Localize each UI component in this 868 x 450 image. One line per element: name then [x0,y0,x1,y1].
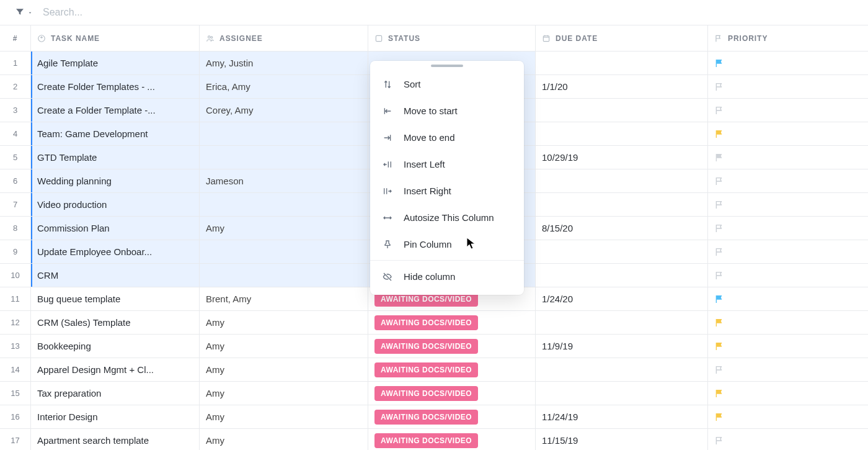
status-badge[interactable]: AWAITING DOCS/VIDEO [374,339,478,354]
table-row[interactable]: 14 Apparel Design Mgmt + Cl... Amy AWAIT… [0,358,868,382]
priority-cell[interactable] [708,99,868,122]
priority-cell[interactable] [708,429,868,450]
task-name-cell[interactable]: Commission Plan [31,217,200,240]
column-header-priority[interactable]: PRIORITY [708,25,868,51]
column-header-task[interactable]: TASK NAME [31,25,200,51]
column-header-status[interactable]: STATUS [368,25,536,51]
priority-cell[interactable] [708,335,868,358]
task-name-cell[interactable]: CRM [31,264,200,287]
assignee-cell[interactable] [200,122,368,145]
assignee-cell[interactable]: Erica, Amy [200,75,368,98]
priority-cell[interactable] [708,146,868,169]
task-name-cell[interactable]: Bug queue template [31,287,200,310]
status-badge[interactable]: AWAITING DOCS/VIDEO [374,410,478,425]
assignee-cell[interactable] [200,240,368,263]
priority-cell[interactable] [708,217,868,240]
task-name-cell[interactable]: CRM (Sales) Template [31,311,200,334]
due-date-cell[interactable] [536,99,708,122]
priority-cell[interactable] [708,122,868,145]
table-row[interactable]: 13 Bookkeeping Amy AWAITING DOCS/VIDEO 1… [0,335,868,358]
assignee-cell[interactable]: Corey, Amy [200,99,368,122]
menu-item-move-start[interactable]: Move to start [370,97,524,124]
due-date-cell[interactable] [536,193,708,216]
due-date-cell[interactable] [536,358,708,381]
due-date-cell[interactable] [536,122,708,145]
due-date-cell[interactable] [536,240,708,263]
status-cell[interactable]: AWAITING DOCS/VIDEO [368,429,536,450]
task-name-cell[interactable]: Tax preparation [31,382,200,405]
due-date-cell[interactable] [536,52,708,74]
due-date-cell[interactable]: 11/9/19 [536,335,708,358]
table-row[interactable]: 15 Tax preparation Amy AWAITING DOCS/VID… [0,382,868,405]
status-badge[interactable]: AWAITING DOCS/VIDEO [374,386,478,401]
task-name-cell[interactable]: Update Employee Onboar... [31,240,200,263]
due-date-cell[interactable] [536,264,708,287]
assignee-cell[interactable] [200,193,368,216]
menu-item-insert-right[interactable]: Insert Right [370,178,524,204]
status-cell[interactable]: AWAITING DOCS/VIDEO [368,335,536,358]
assignee-cell[interactable]: Amy [200,405,368,428]
column-header-due[interactable]: DUE DATE [536,25,708,51]
status-cell[interactable]: AWAITING DOCS/VIDEO [368,382,536,405]
task-name-cell[interactable]: Team: Game Development [31,122,200,145]
menu-item-sort[interactable]: Sort [370,71,524,97]
priority-cell[interactable] [708,193,868,216]
status-badge[interactable]: AWAITING DOCS/VIDEO [374,362,478,377]
task-name-cell[interactable]: Video production [31,193,200,216]
task-name-cell[interactable]: Apparel Design Mgmt + Cl... [31,358,200,381]
priority-cell[interactable] [708,405,868,428]
due-date-cell[interactable]: 1/1/20 [536,75,708,98]
priority-cell[interactable] [708,75,868,98]
priority-cell[interactable] [708,240,868,263]
due-date-cell[interactable] [536,169,708,192]
due-date-cell[interactable]: 10/29/19 [536,146,708,169]
column-header-number[interactable]: # [0,25,31,51]
due-date-cell[interactable] [536,311,708,334]
task-name-cell[interactable]: Create Folder Templates - ... [31,75,200,98]
menu-item-move-end[interactable]: Move to end [370,124,524,151]
assignee-cell[interactable]: Amy [200,358,368,381]
search-input[interactable] [38,4,162,20]
status-badge[interactable]: AWAITING DOCS/VIDEO [374,433,478,448]
filter-button[interactable] [15,7,33,19]
table-row[interactable]: 12 CRM (Sales) Template Amy AWAITING DOC… [0,311,868,335]
due-date-cell[interactable] [536,382,708,405]
task-name-cell[interactable]: Interior Design [31,405,200,428]
menu-item-pin[interactable]: Pin Column [370,231,524,258]
due-date-cell[interactable]: 11/15/19 [536,429,708,450]
priority-cell[interactable] [708,287,868,310]
priority-cell[interactable] [708,52,868,74]
status-cell[interactable]: AWAITING DOCS/VIDEO [368,358,536,381]
drag-handle[interactable] [431,65,463,67]
assignee-cell[interactable]: Amy [200,217,368,240]
assignee-cell[interactable]: Amy [200,382,368,405]
assignee-cell[interactable]: Amy [200,335,368,358]
due-date-cell[interactable]: 8/15/20 [536,217,708,240]
priority-cell[interactable] [708,382,868,405]
status-badge[interactable]: AWAITING DOCS/VIDEO [374,315,478,330]
menu-item-autosize[interactable]: Autosize This Column [370,204,524,231]
table-row[interactable]: 16 Interior Design Amy AWAITING DOCS/VID… [0,405,868,429]
column-header-assignee[interactable]: ASSIGNEE [200,25,368,51]
assignee-cell[interactable]: Amy, Justin [200,52,368,74]
priority-cell[interactable] [708,264,868,287]
status-cell[interactable]: AWAITING DOCS/VIDEO [368,311,536,334]
priority-cell[interactable] [708,169,868,192]
task-name-cell[interactable]: GTD Template [31,146,200,169]
due-date-cell[interactable]: 11/24/19 [536,405,708,428]
priority-cell[interactable] [708,358,868,381]
task-name-cell[interactable]: Create a Folder Template -... [31,99,200,122]
assignee-cell[interactable] [200,264,368,287]
task-name-cell[interactable]: Bookkeeping [31,335,200,358]
assignee-cell[interactable]: Amy [200,311,368,334]
assignee-cell[interactable] [200,146,368,169]
task-name-cell[interactable]: Agile Template [31,52,200,74]
priority-cell[interactable] [708,311,868,334]
assignee-cell[interactable]: Amy [200,429,368,450]
assignee-cell[interactable]: Brent, Amy [200,287,368,310]
task-name-cell[interactable]: Wedding planning [31,169,200,192]
table-row[interactable]: 17 Apartment search template Amy AWAITIN… [0,429,868,450]
menu-item-hide[interactable]: Hide column [370,263,524,290]
due-date-cell[interactable]: 1/24/20 [536,287,708,310]
menu-item-insert-left[interactable]: Insert Left [370,151,524,178]
